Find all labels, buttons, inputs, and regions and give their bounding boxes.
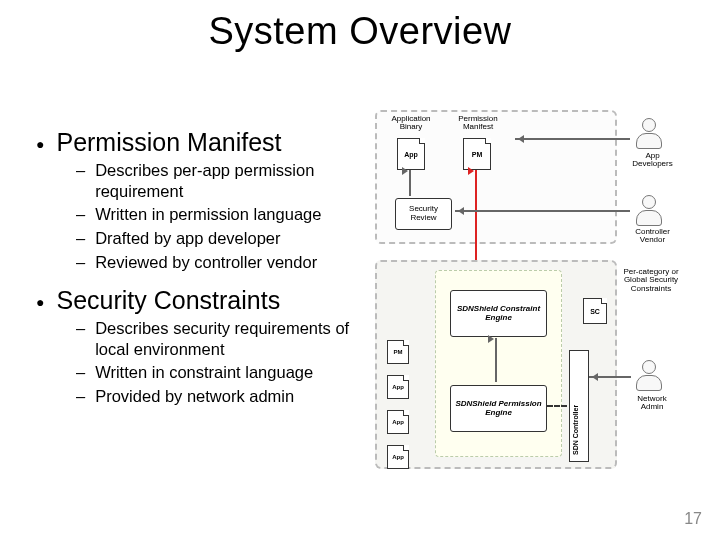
constraint-engine-box: SDNShield Constraint Engine	[450, 290, 547, 337]
bullet-heading: Permission Manifest	[56, 128, 281, 157]
sub-bullet: –Describes security requirements of loca…	[76, 318, 360, 359]
app-file-small: App	[387, 445, 409, 469]
dash-icon: –	[76, 160, 85, 181]
dash-icon: –	[76, 252, 85, 273]
dash-icon: –	[76, 228, 85, 249]
arrow-left-icon	[515, 138, 630, 140]
text-content: ● Permission Manifest –Describes per-app…	[30, 120, 360, 410]
dash-icon: –	[76, 318, 85, 339]
app-developers-icon	[635, 118, 663, 150]
sub-bullet: –Reviewed by controller vendor	[76, 252, 360, 273]
label-controller-vendor: Controller Vendor	[625, 228, 680, 245]
security-review-box: Security Review	[395, 198, 452, 230]
bullet-permission-manifest: ● Permission Manifest	[30, 128, 360, 157]
app-file-box: App	[397, 138, 425, 170]
controller-vendor-icon	[635, 195, 663, 227]
dash-icon: –	[76, 204, 85, 225]
arrow-left-icon	[455, 210, 630, 212]
sub-bullet: –Describes per-app permission requiremen…	[76, 160, 360, 201]
app-file-small: App	[387, 375, 409, 399]
slide-title: System Overview	[0, 0, 720, 53]
app-file-small: App	[387, 410, 409, 434]
label-perm-manifest: Permission Manifest	[453, 115, 503, 132]
sub-bullet: –Written in constraint language	[76, 362, 360, 383]
label-sc: Per-category or Global Security Constrai…	[620, 268, 682, 293]
network-admin-icon	[635, 360, 663, 392]
bullet-dot-icon: ●	[36, 294, 44, 310]
pm-file-small: PM	[387, 340, 409, 364]
bullet-heading: Security Constraints	[56, 286, 280, 315]
sub-bullet: –Written in permission language	[76, 204, 360, 225]
page-number: 17	[684, 510, 702, 528]
label-network-admin: Network Admin	[627, 395, 677, 412]
arrow-down-icon	[495, 338, 497, 382]
label-sdn-controller: SDN Controller	[572, 365, 579, 455]
bullet-security-constraints: ● Security Constraints	[30, 286, 360, 315]
sub-bullet: –Drafted by app developer	[76, 228, 360, 249]
dash-icon: –	[76, 362, 85, 383]
label-app-developers: App Developers	[625, 152, 680, 169]
arrow-left-icon	[589, 376, 631, 378]
sub-bullet: –Provided by network admin	[76, 386, 360, 407]
permission-engine-box: SDNShield Permission Engine	[450, 385, 547, 432]
bullet-dot-icon: ●	[36, 136, 44, 152]
pm-file-box: PM	[463, 138, 491, 170]
arrow-down-icon	[409, 170, 411, 196]
sc-file-box: SC	[583, 298, 607, 324]
dash-icon: –	[76, 386, 85, 407]
architecture-diagram: Application Binary Permission Manifest A…	[375, 110, 695, 475]
dashed-connector	[547, 405, 567, 407]
label-app-binary: Application Binary	[387, 115, 435, 132]
